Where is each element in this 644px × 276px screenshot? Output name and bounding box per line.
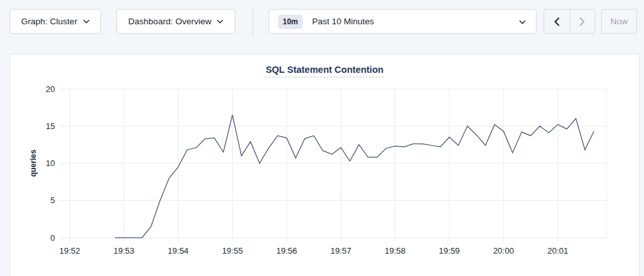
time-window-badge: 10m	[278, 15, 302, 29]
dashboard-dropdown-label: Dashboard: Overview	[129, 17, 212, 26]
y-tick-label: 10	[46, 158, 55, 168]
chevron-down-icon	[519, 20, 526, 24]
now-button[interactable]: Now	[601, 9, 637, 34]
y-tick-label: 15	[46, 121, 55, 131]
y-tick-label: 20	[46, 84, 55, 94]
x-tick-label: 19:57	[331, 246, 352, 256]
sql-statement-contention-chart[interactable]: 0510152019:5219:5319:5419:5519:5619:5719…	[10, 54, 640, 276]
x-tick-label: 19:58	[385, 246, 406, 256]
x-tick-label: 19:59	[439, 246, 460, 256]
chevron-left-icon	[554, 17, 560, 26]
x-tick-label: 19:56	[276, 246, 297, 256]
x-tick-label: 19:53	[114, 246, 135, 256]
x-tick-label: 19:54	[168, 246, 189, 256]
x-tick-label: 19:52	[59, 246, 81, 256]
y-axis-label: queries	[29, 150, 38, 177]
y-tick-label: 5	[51, 195, 55, 205]
graph-dropdown-label: Graph: Cluster	[21, 17, 77, 26]
time-back-button[interactable]	[544, 10, 570, 33]
time-range-label: Past 10 Minutes	[312, 17, 374, 26]
time-range-selector[interactable]: 10m Past 10 Minutes	[269, 9, 537, 34]
graph-dropdown[interactable]: Graph: Cluster	[10, 9, 101, 34]
y-tick-label: 0	[51, 233, 55, 243]
chevron-down-icon	[217, 20, 223, 24]
dashboard-dropdown[interactable]: Dashboard: Overview	[116, 9, 235, 34]
toolbar: Graph: Cluster Dashboard: Overview 10m P…	[0, 0, 644, 45]
chevron-right-icon	[579, 17, 585, 26]
time-nav-group	[544, 9, 595, 34]
chevron-down-icon	[83, 20, 90, 24]
x-tick-label: 20:01	[547, 246, 569, 256]
time-forward-button[interactable]	[570, 10, 595, 33]
series-queries	[115, 115, 594, 238]
x-tick-label: 20:00	[493, 246, 514, 256]
toolbar-divider	[253, 8, 253, 36]
x-tick-label: 19:55	[222, 246, 243, 256]
chart-card: SQL Statement Contention 0510152019:5219…	[10, 54, 640, 276]
